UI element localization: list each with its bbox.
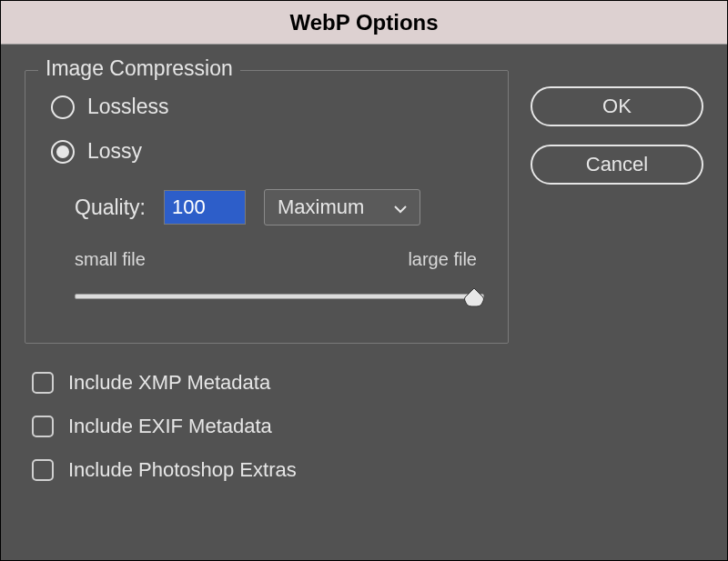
checkbox-exif-row[interactable]: Include EXIF Metadata — [32, 415, 509, 438]
checkbox-ps-extras-row[interactable]: Include Photoshop Extras — [32, 458, 509, 482]
slider-min-label: small file — [75, 249, 146, 270]
webp-options-dialog: WebP Options Image Compression Lossless … — [0, 0, 728, 561]
content: Image Compression Lossless Lossy Quality… — [1, 45, 727, 560]
left-column: Image Compression Lossless Lossy Quality… — [25, 70, 509, 535]
chevron-down-icon — [394, 195, 407, 219]
quality-row: Quality: Maximum — [75, 189, 484, 225]
slider-max-label: large file — [408, 249, 477, 270]
slider-labels: small file large file — [75, 249, 484, 270]
checkbox-xmp[interactable] — [32, 372, 54, 394]
radio-lossless-label: Lossless — [87, 95, 168, 119]
quality-preset-dropdown[interactable]: Maximum — [264, 189, 420, 225]
quality-preset-label: Maximum — [278, 195, 364, 219]
checkbox-exif-label: Include EXIF Metadata — [68, 415, 272, 438]
radio-lossy-label: Lossy — [87, 139, 142, 164]
quality-input[interactable] — [164, 190, 246, 225]
checkbox-ps-extras[interactable] — [32, 459, 54, 481]
checkboxes-group: Include XMP Metadata Include EXIF Metada… — [32, 371, 509, 482]
radio-lossy[interactable] — [51, 140, 75, 164]
checkbox-xmp-label: Include XMP Metadata — [68, 371, 270, 395]
radio-lossy-row[interactable]: Lossy — [51, 132, 484, 171]
quality-label: Quality: — [75, 195, 146, 220]
titlebar: WebP Options — [1, 1, 727, 45]
checkbox-ps-extras-label: Include Photoshop Extras — [68, 458, 297, 482]
dialog-title: WebP Options — [289, 10, 438, 35]
ok-button[interactable]: OK — [531, 86, 703, 126]
slider-thumb[interactable] — [462, 286, 486, 308]
radio-lossless[interactable] — [51, 95, 75, 119]
right-column: OK Cancel — [531, 70, 703, 535]
fieldset-legend: Image Compression — [38, 56, 240, 81]
quality-slider[interactable] — [75, 290, 484, 317]
cancel-button[interactable]: Cancel — [531, 145, 703, 185]
image-compression-fieldset: Image Compression Lossless Lossy Quality… — [25, 70, 509, 344]
checkbox-exif[interactable] — [32, 416, 54, 437]
radio-lossless-row[interactable]: Lossless — [51, 87, 484, 126]
slider-track[interactable] — [75, 294, 484, 299]
checkbox-xmp-row[interactable]: Include XMP Metadata — [32, 371, 509, 395]
